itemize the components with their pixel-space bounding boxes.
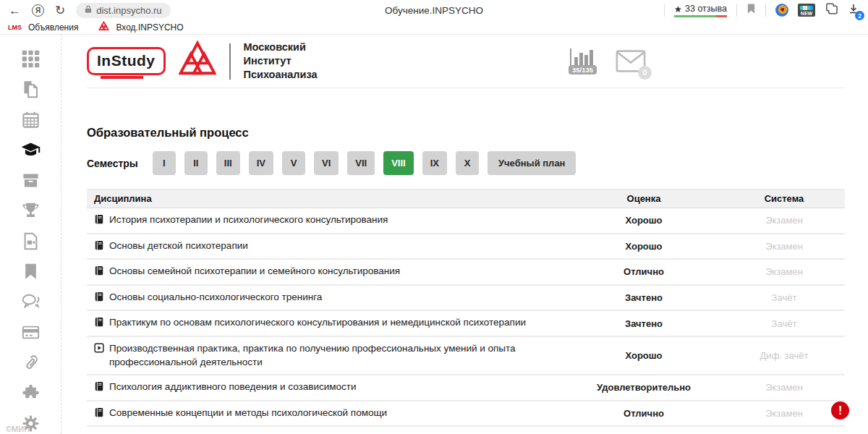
collections-icon[interactable] bbox=[825, 2, 838, 18]
extension-icon[interactable] bbox=[775, 4, 788, 17]
browser-chrome: ← Я ↻ dist.inpsycho.ru Обучение.INPSYCHO… bbox=[0, 0, 868, 35]
stats-count-badge: 35/135 bbox=[569, 65, 597, 75]
table-row[interactable]: Основы семейной психотерапии и семейного… bbox=[87, 260, 845, 286]
discipline-name: Основы социально-психологического тренин… bbox=[109, 290, 322, 305]
logo-divider bbox=[229, 43, 231, 80]
bookmarks-bar: LMS Объявления Вход.INPSYCHO bbox=[0, 20, 868, 35]
integrations-icon[interactable] bbox=[21, 383, 41, 403]
grade-value: Хорошо bbox=[564, 350, 723, 361]
apps-grid-icon[interactable] bbox=[21, 49, 41, 69]
page-title: Образовательный процесс bbox=[87, 126, 845, 140]
new-badge-label: NEW bbox=[801, 11, 812, 16]
site-reviews[interactable]: ★ 33 отзыва bbox=[674, 4, 727, 17]
institute-valknut-logo bbox=[179, 40, 216, 83]
grade-value: Удовлетворительно bbox=[564, 382, 723, 393]
semester-button[interactable]: I bbox=[153, 151, 176, 175]
attachments-icon[interactable] bbox=[21, 353, 41, 373]
address-bar[interactable]: dist.inpsycho.ru bbox=[76, 3, 170, 18]
semester-button[interactable]: X bbox=[456, 151, 479, 175]
mail-icon[interactable]: 0 bbox=[616, 50, 646, 75]
table-row[interactable]: Основы социально-психологического тренин… bbox=[87, 286, 845, 312]
table-row[interactable]: Практикум по основам психологического ко… bbox=[87, 311, 845, 337]
refresh-icon[interactable]: ↻ bbox=[55, 4, 65, 17]
table-header: Дисциплина Оценка Система bbox=[87, 190, 845, 208]
bookmark-vhod-inpsycho[interactable]: Вход.INPSYCHO bbox=[116, 22, 183, 33]
table-row[interactable]: История психотерапии и психологического … bbox=[87, 208, 845, 234]
discipline-name: История психотерапии и психологического … bbox=[109, 213, 388, 227]
grading-system: Экзамен bbox=[723, 215, 845, 226]
instudy-logo[interactable]: InStudy bbox=[87, 47, 166, 75]
downloads-count-badge: 2 bbox=[855, 11, 864, 20]
table-row[interactable]: Производственная практика, практика по п… bbox=[87, 337, 845, 375]
semester-button[interactable]: VI bbox=[314, 151, 339, 175]
grade-value: Зачтено bbox=[564, 318, 723, 329]
mail-count-badge: 0 bbox=[638, 66, 652, 80]
grading-system: Экзамен bbox=[723, 382, 845, 393]
discipline-name: Основы детской психотерапии bbox=[109, 239, 248, 253]
discipline-name: Практикум по основам психологического ко… bbox=[109, 315, 526, 330]
semester-button[interactable]: II bbox=[184, 151, 208, 175]
progress-stats-icon[interactable]: 35/135 bbox=[569, 48, 597, 75]
downloads-icon[interactable]: 2 bbox=[848, 3, 859, 17]
book-icon bbox=[94, 292, 104, 306]
book-icon bbox=[94, 240, 104, 255]
semester-button[interactable]: VIII bbox=[383, 151, 414, 175]
institute-name: Московский Институт Психоанализа bbox=[244, 41, 318, 82]
star-icon: ★ bbox=[674, 4, 682, 14]
discipline-name: Современные концепции и методы психологи… bbox=[109, 406, 387, 420]
documents-icon[interactable] bbox=[21, 80, 41, 99]
grades-table: Дисциплина Оценка Система История психот… bbox=[87, 189, 845, 427]
discipline-name: Психология аддиктивного поведения и соза… bbox=[109, 380, 356, 394]
sidebar-nav: ©МИП bbox=[0, 35, 61, 434]
calendar-icon[interactable] bbox=[21, 110, 41, 129]
payments-icon[interactable] bbox=[21, 323, 41, 342]
divider bbox=[664, 4, 665, 17]
grading-system: Экзамен bbox=[723, 266, 845, 277]
inpsycho-favicon bbox=[98, 21, 109, 34]
grading-system: Диф. зачёт bbox=[723, 350, 845, 361]
semester-button[interactable]: IX bbox=[422, 151, 447, 175]
semesters-label: Семестры bbox=[87, 158, 138, 169]
grade-value: Отлично bbox=[564, 266, 723, 277]
divider bbox=[736, 4, 737, 17]
book-icon bbox=[94, 317, 104, 331]
semester-selector: Семестры IIIIIIIVVVIVIIVIIIIXX Учебный п… bbox=[87, 151, 845, 175]
grading-system: Зачёт bbox=[723, 318, 845, 329]
lms-favicon: LMS bbox=[8, 24, 22, 31]
semester-button[interactable]: III bbox=[216, 151, 240, 175]
bookmark-announcements[interactable]: Объявления bbox=[28, 22, 78, 33]
trophy-icon[interactable] bbox=[21, 201, 41, 221]
table-row[interactable]: Современные концепции и методы психологи… bbox=[87, 401, 845, 427]
book-icon bbox=[94, 381, 104, 396]
discipline-name: Основы семейной психотерапии и семейного… bbox=[109, 264, 400, 278]
table-row[interactable]: Основы детской психотерапии Хорошо Экзам… bbox=[87, 234, 845, 260]
main-content: InStudy Московский Институт Психоанализа… bbox=[61, 35, 868, 434]
semester-button[interactable]: IV bbox=[249, 151, 273, 175]
messages-icon[interactable] bbox=[21, 292, 41, 312]
lock-icon bbox=[85, 4, 92, 16]
url-text: dist.inpsycho.ru bbox=[96, 5, 161, 16]
grading-system: Экзамен bbox=[723, 408, 845, 419]
bookmark-icon[interactable] bbox=[21, 262, 41, 281]
divider bbox=[765, 4, 766, 17]
grade-value: Зачтено bbox=[564, 292, 723, 303]
grade-value: Отлично bbox=[564, 408, 723, 419]
book-icon bbox=[94, 265, 104, 280]
yandex-browser-icon[interactable]: Я bbox=[32, 4, 44, 17]
archive-box-icon[interactable] bbox=[21, 171, 41, 190]
back-icon[interactable]: ← bbox=[9, 4, 21, 17]
alert-notification-icon[interactable]: ! bbox=[831, 401, 849, 420]
education-icon[interactable] bbox=[21, 140, 41, 160]
study-plan-button[interactable]: Учебный план bbox=[488, 151, 576, 175]
semester-button[interactable]: V bbox=[282, 151, 305, 175]
copyright-mip: ©МИП bbox=[6, 425, 30, 433]
book-icon bbox=[94, 407, 104, 422]
browser-toolbar: ← Я ↻ dist.inpsycho.ru Обучение.INPSYCHO… bbox=[0, 0, 868, 20]
site-header: InStudy Московский Институт Психоанализа… bbox=[87, 35, 845, 88]
video-lectures-icon[interactable] bbox=[21, 231, 41, 251]
semester-button[interactable]: VII bbox=[347, 151, 375, 175]
bookmark-flag-icon[interactable] bbox=[746, 3, 756, 17]
grading-system: Зачёт bbox=[723, 292, 845, 303]
table-row[interactable]: Психология аддиктивного поведения и соза… bbox=[87, 375, 845, 401]
new-extension-icon[interactable]: NEW bbox=[798, 4, 815, 17]
